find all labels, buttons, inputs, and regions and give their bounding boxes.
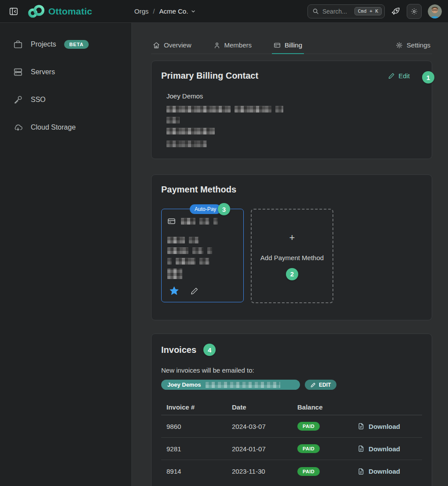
sidebar-item-servers[interactable]: Servers <box>0 61 131 83</box>
invoice-number: 9281 <box>166 445 232 453</box>
sidebar-item-label: SSO <box>31 96 46 104</box>
recipient-name: Joey Demos <box>167 381 201 388</box>
credit-card-icon <box>274 42 281 49</box>
collapse-sidebar-button[interactable] <box>6 4 21 18</box>
invoice-email-note: New invoices will be emailed to: <box>161 366 422 374</box>
card-number-redacted <box>181 218 218 225</box>
billing-contact-name: Joey Demos <box>166 92 422 100</box>
tab-settings[interactable]: Settings <box>394 37 432 54</box>
invoice-date: 2024-01-07 <box>232 445 297 453</box>
tab-label: Members <box>224 41 252 49</box>
step-badge-1: 1 <box>422 71 434 83</box>
search-icon <box>312 8 319 15</box>
primary-billing-contact-card: 1 Primary Billing Contact Edit Joey Demo… <box>151 61 432 159</box>
download-invoice-link[interactable]: Download <box>358 445 400 453</box>
tab-label: Settings <box>407 41 430 49</box>
invoice-date: 2024-03-07 <box>232 423 297 430</box>
org-tabs: Overview Members Billing Settings <box>151 37 432 54</box>
invoice-date: 2023-11-30 <box>232 468 297 475</box>
invoice-number: 9860 <box>166 423 232 430</box>
org-name: Acme Co. <box>159 7 188 15</box>
breadcrumb: Orgs / Acme Co. <box>134 7 196 15</box>
edit-invoice-email-button[interactable]: EDIT <box>305 380 336 390</box>
step-badge-4: 4 <box>203 344 216 356</box>
card-title: Invoices <box>161 345 196 355</box>
status-badge: PAID <box>297 467 320 476</box>
recipient-email-redacted <box>206 382 280 388</box>
download-invoice-link[interactable]: Download <box>358 468 400 475</box>
file-icon <box>358 423 365 430</box>
main-content: Overview Members Billing Settings <box>132 23 448 486</box>
edit-card-button[interactable] <box>191 287 199 295</box>
cloud-icon <box>13 123 23 132</box>
collapse-sidebar-icon <box>9 7 18 16</box>
download-invoice-link[interactable]: Download <box>358 423 400 430</box>
theme-toggle-icon <box>410 7 418 15</box>
invoices-table-header: Invoice # Date Balance <box>161 399 422 415</box>
plus-icon: + <box>289 232 295 243</box>
top-navbar: Ottomatic Orgs / Acme Co. Search... Cmd … <box>0 0 448 23</box>
default-card-star-button[interactable] <box>169 286 179 296</box>
billing-contact-redacted-details <box>166 106 422 147</box>
column-header-balance: Balance <box>297 403 416 411</box>
breadcrumb-separator: / <box>153 7 155 15</box>
column-header-invoice: Invoice # <box>166 403 232 411</box>
card-title: Payment Methods <box>161 185 422 195</box>
search-input[interactable]: Search... Cmd + K <box>307 4 385 18</box>
org-switcher[interactable]: Acme Co. <box>159 7 196 15</box>
beta-badge: BETA <box>64 40 89 49</box>
sidebar-item-cloud-storage[interactable]: Cloud Storage <box>0 116 131 138</box>
logo-mark-icon <box>27 5 46 18</box>
user-avatar[interactable] <box>428 4 442 18</box>
step-badge-2: 2 <box>286 268 298 280</box>
sidebar: Projects BETA Servers SSO Cloud Storage <box>0 23 132 486</box>
gear-icon <box>396 42 403 49</box>
person-icon <box>213 42 220 49</box>
add-payment-method-button[interactable]: + Add Payment Method 2 <box>251 209 333 303</box>
credit-card-icon <box>167 217 176 225</box>
edit-label: EDIT <box>319 382 331 388</box>
search-placeholder: Search... <box>322 8 351 15</box>
tab-overview[interactable]: Overview <box>151 37 193 54</box>
sidebar-item-label: Projects <box>31 40 56 48</box>
edit-label: Edit <box>398 72 410 80</box>
tab-billing[interactable]: Billing <box>272 37 304 54</box>
file-icon <box>358 445 365 452</box>
key-icon <box>13 95 23 105</box>
invoice-row: 9281 2024-01-07 PAID Download <box>161 438 422 460</box>
theme-toggle-button[interactable] <box>407 4 422 19</box>
file-icon <box>358 468 365 475</box>
breadcrumb-orgs-link[interactable]: Orgs <box>134 7 149 15</box>
card-details-redacted <box>167 237 238 279</box>
sidebar-item-label: Cloud Storage <box>31 123 76 131</box>
status-badge: PAID <box>297 422 320 431</box>
pencil-icon <box>311 382 316 388</box>
search-shortcut-hint: Cmd + K <box>354 7 382 15</box>
chevron-down-icon <box>191 9 196 14</box>
pencil-icon <box>388 73 395 79</box>
rocket-icon <box>391 7 401 16</box>
app-logo[interactable]: Ottomatic <box>27 5 92 18</box>
column-header-date: Date <box>232 403 297 411</box>
app-title: Ottomatic <box>48 6 92 17</box>
payment-method-tile[interactable]: Auto-Pay 3 <box>161 209 244 302</box>
payment-methods-card: Payment Methods Auto-Pay 3 <box>151 174 432 320</box>
invoice-row: 9860 2024-03-07 PAID Download <box>161 415 422 438</box>
invoice-row: 8914 2023-11-30 PAID Download <box>161 460 422 482</box>
sidebar-item-label: Servers <box>31 68 55 76</box>
edit-billing-contact-button[interactable]: Edit <box>388 72 410 80</box>
invoice-number: 8914 <box>166 468 232 475</box>
tab-members[interactable]: Members <box>212 37 254 54</box>
invoices-table: Invoice # Date Balance 9860 2024-03-07 P… <box>161 399 422 482</box>
autopay-badge: Auto-Pay <box>190 204 221 214</box>
home-icon <box>153 42 160 49</box>
card-title: Primary Billing Contact <box>161 71 258 81</box>
add-payment-label: Add Payment Method <box>260 254 324 261</box>
briefcase-icon <box>13 40 23 49</box>
server-icon <box>13 67 23 77</box>
sidebar-item-sso[interactable]: SSO <box>0 89 131 111</box>
sidebar-item-projects[interactable]: Projects BETA <box>0 33 131 55</box>
invoices-card: Invoices 4 New invoices will be emailed … <box>151 334 432 486</box>
rocket-button[interactable] <box>391 7 401 16</box>
download-label: Download <box>369 468 400 475</box>
